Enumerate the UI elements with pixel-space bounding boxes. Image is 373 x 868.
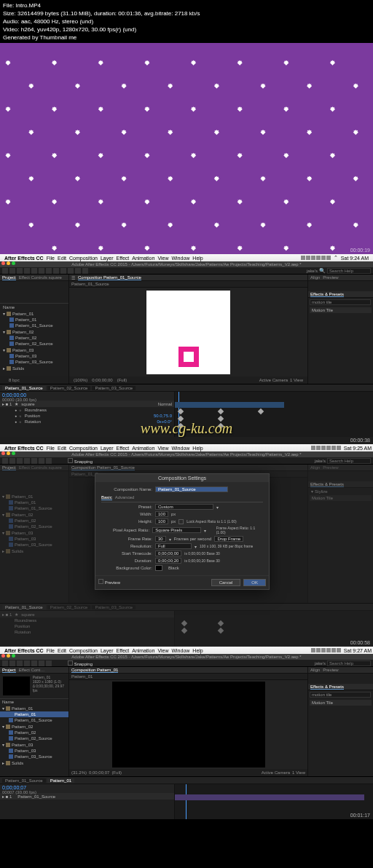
project-tab[interactable]: Project (2, 275, 16, 280)
clock[interactable]: Sat 9:27 AM (344, 648, 372, 653)
preview-tab[interactable]: Preview (323, 668, 338, 672)
menu-animation[interactable]: Animation (132, 446, 154, 451)
duration-input[interactable]: 0;00;00;20 (155, 558, 181, 564)
tool-rotate[interactable] (24, 268, 30, 274)
current-timecode[interactable]: 0;00;00;00 (2, 392, 26, 398)
menu-effect[interactable]: Effect (116, 446, 129, 451)
comp-tab[interactable]: Composition Pattern_01_Source (78, 275, 141, 280)
blend-mode[interactable]: Normal (158, 402, 172, 406)
snapping-label[interactable]: Snapping (68, 458, 93, 464)
menu-view[interactable]: View (157, 446, 168, 451)
folder-pattern-03[interactable]: ▾Pattern_03 (1, 347, 68, 353)
tool-hand[interactable] (9, 268, 15, 274)
comp-tab[interactable]: Composition Pattern_01_Source (71, 465, 135, 470)
comp-pattern-02-source[interactable]: Pattern_02_Source (0, 735, 68, 741)
window-traffic-lights[interactable] (1, 451, 15, 455)
framerate-input[interactable]: 30 (155, 536, 166, 542)
comp-tc[interactable]: 0;00;00;00 (92, 378, 112, 382)
effects-presets-tab[interactable]: Effects & Presets (310, 292, 344, 297)
comp-pattern-01-source[interactable]: Pattern_01_Source (1, 323, 68, 328)
chevron-down-icon[interactable]: ▾ (169, 537, 171, 542)
tool-rotate[interactable] (24, 660, 30, 666)
menu-view[interactable]: View (157, 648, 168, 653)
align-tab[interactable]: Align (310, 465, 320, 470)
lock-aspect-checkbox[interactable] (178, 519, 184, 524)
effect-motion-tile[interactable]: Motion Tile (310, 495, 372, 501)
tool-pan[interactable] (39, 268, 44, 274)
comp-pattern-01[interactable]: Pattern_01 (1, 317, 68, 323)
tool-selection[interactable] (2, 268, 8, 274)
comp-pattern-02[interactable]: Pattern_02 (0, 730, 68, 735)
menu-composition[interactable]: Composition (69, 648, 98, 653)
project-tab[interactable]: Project (2, 668, 16, 673)
start-tc-input[interactable]: 0;00;00;00 (155, 551, 181, 556)
keyframe-icon[interactable] (218, 620, 224, 626)
menu-view[interactable]: View (157, 256, 168, 261)
tool-camera[interactable] (31, 268, 37, 274)
window-traffic-lights[interactable] (1, 261, 15, 265)
keyframe-icon[interactable] (181, 628, 187, 634)
folder-pattern-02[interactable]: ▾Pattern_02 (0, 511, 68, 518)
workspace-label[interactable]: jake's (315, 459, 326, 463)
par-select[interactable]: Square Pixels (152, 527, 201, 533)
menu-animation[interactable]: Animation (132, 648, 154, 653)
comp-res[interactable]: (Full) (111, 770, 122, 775)
flowchart-icon[interactable]: ☰ (71, 275, 75, 280)
tool-pen[interactable] (39, 660, 44, 666)
tool-zoom[interactable] (17, 268, 23, 274)
folder-solids[interactable]: ▸Solids (0, 760, 68, 766)
active-camera[interactable]: Active Camera (262, 770, 290, 775)
workspace-label[interactable]: jake's (315, 661, 326, 666)
tool-text[interactable] (60, 268, 66, 274)
tl-tab-3[interactable]: Pattern_03_Source (92, 605, 136, 609)
tool-shape[interactable] (46, 268, 52, 274)
search-help-input[interactable] (327, 660, 371, 666)
view-count[interactable]: 1 View (290, 378, 303, 382)
effect-motion-tile[interactable]: Motion Tile (310, 307, 372, 313)
tool-pen[interactable] (53, 268, 59, 274)
effect-motion-tile[interactable]: Motion Tile (310, 700, 372, 706)
comp-tab[interactable]: Composition Pattern_01 (71, 668, 118, 673)
comp-pattern-01[interactable]: Pattern_01 (0, 500, 68, 505)
layer-track[interactable] (175, 794, 364, 800)
align-tab[interactable]: Align (310, 275, 320, 280)
ok-button[interactable]: OK (243, 579, 266, 586)
tool-zoom[interactable] (17, 458, 23, 464)
folder-pattern-03[interactable]: ▾Pattern_03 (0, 529, 68, 536)
width-input[interactable]: 100 (155, 511, 168, 517)
workspace-label[interactable]: jake's (307, 269, 318, 273)
search-help-input[interactable] (327, 268, 371, 274)
tl-tab-2[interactable]: Pattern_02_Source (47, 386, 91, 390)
resolution-select[interactable]: Full (155, 543, 192, 549)
tool-shape[interactable] (31, 458, 37, 464)
tool-text[interactable] (46, 458, 52, 464)
clock[interactable]: Sat 9:25 AM (344, 446, 372, 451)
tool-selection[interactable] (2, 458, 8, 464)
effect-controls-tab[interactable]: Effect Controls square (19, 275, 62, 280)
bpc-label[interactable]: 8 bpc (9, 378, 20, 382)
comp-pattern-02-source[interactable]: Pattern_02_Source (0, 524, 68, 529)
tab-basic[interactable]: Basic (101, 495, 112, 500)
comp-pattern-03[interactable]: Pattern_03 (0, 536, 68, 542)
app-name[interactable]: After Effects CC (4, 256, 44, 261)
menu-edit[interactable]: Edit (58, 648, 66, 653)
effects-presets-tab[interactable]: Effects & Presets (310, 482, 344, 487)
folder-pattern-01[interactable]: ▾Pattern_01 (1, 310, 68, 317)
effects-search-input[interactable] (310, 692, 371, 698)
tool-brush[interactable] (68, 268, 74, 274)
active-camera[interactable]: Active Camera (259, 378, 288, 382)
comp-viewer[interactable] (69, 680, 307, 769)
preset-select[interactable]: Custom (155, 504, 213, 510)
effect-controls-tab[interactable]: Effect Cont… (19, 668, 45, 672)
tool-rotate[interactable] (24, 458, 30, 464)
clock[interactable]: Sat 9:24 AM (341, 256, 369, 261)
zoom-level[interactable]: (100%) (74, 378, 87, 382)
dropframe-select[interactable]: Drop Frame (214, 536, 243, 542)
tool-hand[interactable] (9, 660, 15, 666)
cancel-button[interactable]: Cancel (211, 579, 241, 586)
comp-viewer[interactable] (69, 288, 307, 376)
menu-composition[interactable]: Composition (69, 256, 98, 261)
preview-checkbox[interactable] (98, 579, 103, 584)
bgcolor-swatch[interactable] (155, 565, 162, 571)
comp-pattern-03-source[interactable]: Pattern_03_Source (0, 542, 68, 548)
